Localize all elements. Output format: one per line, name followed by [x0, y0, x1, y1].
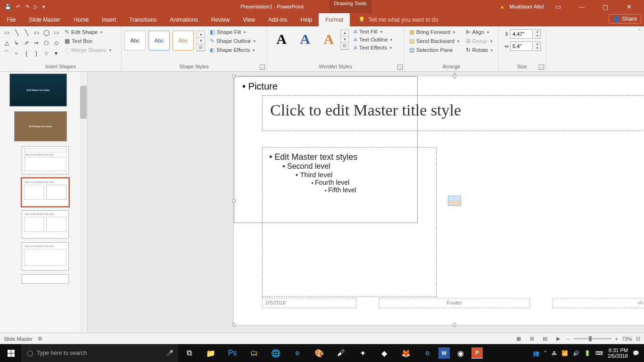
edge-icon[interactable]: e — [417, 344, 438, 362]
app-icon[interactable]: ✦ — [352, 344, 373, 362]
shape-effects-button[interactable]: ◐Shape Effects▾ — [208, 46, 257, 54]
date-placeholder[interactable]: 2/5/2018 — [262, 298, 356, 308]
share-button[interactable]: 👤 Share — [609, 14, 641, 24]
network-icon[interactable]: 🖧 — [552, 350, 557, 356]
undo-button[interactable]: ↶ — [16, 4, 20, 10]
photoshop-icon[interactable]: Ps — [222, 344, 243, 362]
tell-me-search[interactable]: 💡 Tell me what you want to do — [350, 16, 438, 23]
text-box-button[interactable]: ▦Text Box — [63, 37, 113, 45]
tab-transitions[interactable]: Transitions — [123, 13, 163, 26]
page-number-placeholder[interactable]: ‹#› — [553, 298, 644, 308]
wifi-icon[interactable]: 📶 — [561, 350, 568, 356]
slide-sorter-button[interactable]: ⊞ — [527, 335, 537, 343]
text-outline-button[interactable]: AText Outline▾ — [352, 36, 394, 43]
selection-pane-button[interactable]: ▤Selection Pane — [407, 46, 461, 54]
maximize-button[interactable]: ▢ — [596, 0, 615, 13]
fit-to-window-button[interactable]: ⊡ — [636, 336, 640, 342]
minimize-button[interactable]: — — [572, 0, 591, 13]
layout-thumbnail[interactable]: Click to edit Master title style — [22, 146, 69, 174]
ribbon-display-button[interactable]: ▭ — [549, 0, 568, 13]
volume-icon[interactable]: 🔊 — [573, 350, 579, 356]
paint-icon[interactable]: 🖌 — [330, 344, 352, 362]
tab-insert[interactable]: Insert — [95, 13, 123, 26]
wordart-thumb[interactable]: A — [270, 29, 293, 49]
layout-thumbnail[interactable]: Click to edit Master title style — [22, 242, 69, 271]
close-button[interactable]: ✕ — [619, 0, 638, 13]
master-view-icon[interactable]: ⧉ — [38, 336, 42, 342]
selection-handle[interactable] — [232, 323, 236, 327]
selection-handle[interactable] — [232, 199, 236, 203]
picture-icon[interactable] — [448, 196, 461, 206]
wordart-thumb[interactable]: A — [317, 29, 340, 49]
tab-home[interactable]: Home — [67, 13, 95, 26]
master-thumbnail[interactable]: Edit Master text styles — [9, 74, 67, 107]
powerpoint-icon[interactable]: P — [471, 347, 483, 359]
ie-icon[interactable]: e — [287, 344, 308, 362]
layout-thumbnail[interactable]: Click to edit Master title style — [22, 210, 69, 239]
tab-file[interactable]: File — [0, 13, 22, 26]
style-thumb[interactable]: Abc — [173, 31, 194, 50]
text-placeholder[interactable]: Edit Master text styles Second level Thi… — [262, 147, 437, 297]
tab-review[interactable]: Review — [205, 13, 236, 26]
layout-thumbnail-selected[interactable]: Click to edit Master title style — [22, 178, 69, 206]
thumbnail-scrollbar[interactable] — [80, 72, 87, 333]
action-center-icon[interactable]: 💬 — [633, 350, 639, 356]
title-placeholder[interactable]: Click to edit Master title style — [262, 95, 644, 131]
style-thumb[interactable]: Abc — [149, 31, 170, 50]
wordart-gallery[interactable]: A A A ▴▾⊟ — [270, 29, 349, 50]
dialog-launcher[interactable]: ↘ — [260, 65, 265, 70]
app-icon[interactable]: 🎨 — [308, 344, 330, 362]
tab-view[interactable]: View — [236, 13, 262, 26]
clock[interactable]: 8:31 PM 2/5/2018 — [608, 347, 628, 359]
account-name[interactable]: Muddaser Altaf — [510, 4, 544, 9]
shape-styles-gallery[interactable]: Abc Abc Abc ▴▾⊟ — [124, 31, 205, 51]
send-backward-button[interactable]: ▨Send Backward▾ — [407, 37, 461, 45]
tab-addins[interactable]: Add-ins — [262, 13, 294, 26]
tab-help[interactable]: Help — [294, 13, 319, 26]
wordart-thumb[interactable]: A — [293, 29, 317, 49]
align-button[interactable]: ⊫Align▾ — [464, 28, 495, 36]
word-icon[interactable]: W — [438, 347, 450, 359]
app-icon[interactable]: ◉ — [450, 344, 471, 362]
file-explorer-icon[interactable]: 📁 — [200, 344, 222, 362]
reading-view-button[interactable]: ▤ — [540, 335, 550, 343]
firefox-icon[interactable]: 🦊 — [395, 344, 417, 362]
save-button[interactable]: 💾 — [5, 4, 11, 10]
zoom-level[interactable]: 73% — [622, 336, 632, 342]
tray-up-icon[interactable]: ˄ — [544, 350, 547, 356]
battery-icon[interactable]: 🔋 — [584, 350, 591, 356]
redo-button[interactable]: ↷ — [25, 4, 29, 10]
selection-handle[interactable] — [453, 74, 456, 78]
height-input[interactable]: ⇕ ▴▾ — [504, 29, 543, 39]
edit-shape-button[interactable]: ✎Edit Shape▾ — [63, 28, 113, 36]
start-from-beginning-button[interactable]: ▷ — [34, 4, 38, 10]
task-view-button[interactable]: ⧉ — [178, 344, 200, 362]
taskbar-search[interactable]: ◯ Type here to search 🎤 — [22, 344, 178, 362]
chrome-icon[interactable]: 🌐 — [265, 344, 287, 362]
tab-slide-master[interactable]: Slide Master — [22, 13, 67, 26]
text-effects-button[interactable]: AText Effects▾ — [352, 44, 394, 51]
text-fill-button[interactable]: AText Fill▾ — [352, 28, 394, 35]
footer-placeholder[interactable]: Footer — [379, 298, 530, 308]
shape-fill-button[interactable]: ◧Shape Fill▾ — [208, 28, 257, 36]
qat-more-button[interactable]: ▾ — [42, 4, 45, 10]
people-icon[interactable]: 👥 — [533, 350, 539, 356]
bring-forward-button[interactable]: ▦Bring Forward▾ — [407, 28, 461, 36]
selection-handle[interactable] — [232, 74, 236, 78]
width-input[interactable]: ⇔ ▴▾ — [504, 41, 543, 51]
mic-icon[interactable]: 🎤 — [166, 350, 173, 356]
thumbnail-panel[interactable]: Edit Master text styles Edit Master text… — [0, 72, 88, 333]
style-thumb[interactable]: Abc — [124, 31, 146, 50]
start-button[interactable] — [0, 344, 22, 362]
shapes-gallery[interactable]: ▭╲╲▭◯▭ △↳⇗⇒⬡◇ ⌒~{}☆▾ — [3, 28, 60, 58]
shape-outline-button[interactable]: ✎Shape Outline▾ — [208, 37, 257, 45]
tab-format[interactable]: Format — [319, 13, 350, 26]
selection-handle[interactable] — [453, 323, 456, 327]
gallery-scroll[interactable]: ▴▾⊟ — [340, 29, 349, 50]
normal-view-button[interactable]: ▦ — [514, 335, 523, 343]
layout-thumbnail[interactable] — [22, 274, 69, 284]
gallery-scroll[interactable]: ▴▾⊟ — [197, 31, 205, 51]
zoom-slider[interactable] — [574, 338, 611, 339]
master-thumbnail[interactable]: Edit Master text styles — [14, 111, 67, 141]
app-icon[interactable]: ◆ — [373, 344, 395, 362]
